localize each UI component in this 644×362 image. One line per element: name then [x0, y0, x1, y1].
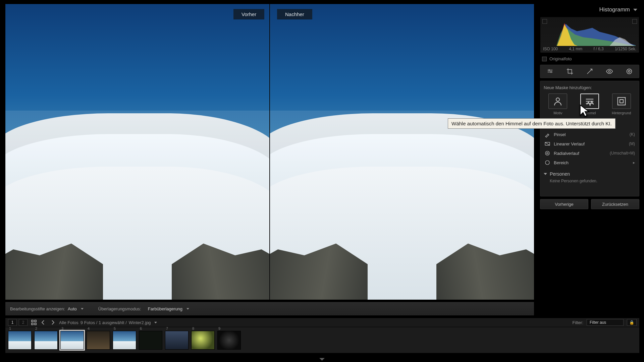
chevron-down-icon: [633, 9, 637, 11]
svg-point-2: [628, 70, 630, 72]
mask-sky-label: Himmel: [583, 111, 596, 115]
histogram-panel-header[interactable]: Histogramm: [540, 4, 639, 15]
filmstrip[interactable]: 123456789: [5, 327, 639, 353]
filter-lock-icon[interactable]: 🔒: [627, 319, 637, 326]
filmstrip-infobar: 1 2 Alle Fotos 9 Fotos / 1 ausgewählt / …: [5, 318, 639, 327]
view-2-button[interactable]: 2: [19, 319, 28, 326]
mask-range-label: Bereich: [554, 160, 569, 165]
thumb-number: 7: [166, 326, 168, 330]
crop-tool[interactable]: [566, 67, 574, 76]
thumbnail[interactable]: 2: [34, 331, 58, 350]
checkbox-icon[interactable]: [542, 57, 547, 61]
filter-dropdown[interactable]: Filter aus: [587, 319, 624, 326]
overlay-mode-toggle[interactable]: Überlagerungsmodus:: [98, 306, 141, 311]
mask-background-button[interactable]: Hintergrund: [607, 94, 636, 115]
chevron-down-icon: [154, 322, 157, 323]
after-pane[interactable]: [270, 4, 534, 300]
show-pins-toggle[interactable]: Bearbeitungsstifte anzeigen: Auto: [10, 306, 84, 311]
histogram-graph: [544, 20, 636, 46]
thumbnail[interactable]: 8: [191, 331, 215, 350]
mask-sky-tooltip: Wähle automatisch den Himmel auf dem Fot…: [448, 118, 615, 129]
mask-brush-short: (K): [630, 132, 635, 137]
thumbnail[interactable]: 7: [165, 331, 189, 350]
histogram[interactable]: ISO 100 4,1 mm f / 6,3 1/1250 Sek.: [540, 17, 639, 53]
svg-rect-4: [618, 98, 625, 105]
svg-point-11: [545, 161, 549, 165]
original-photo-label: Originalfoto: [549, 56, 572, 61]
thumbnail[interactable]: 6: [139, 331, 162, 350]
svg-rect-13: [35, 320, 36, 322]
original-photo-toggle[interactable]: Originalfoto: [540, 53, 639, 65]
show-pins-label: Bearbeitungsstifte anzeigen:: [10, 306, 65, 311]
thumbnail[interactable]: 1: [8, 331, 32, 350]
filter-value: Filter aus: [590, 320, 606, 325]
before-image: [5, 4, 269, 300]
persons-section-header[interactable]: Personen: [544, 171, 636, 177]
mask-linear-row[interactable]: Linearer Verlauf (M): [544, 139, 636, 148]
nav-next-icon[interactable]: [50, 319, 56, 325]
shadow-clip-icon[interactable]: [542, 19, 547, 24]
before-label: Vorher: [233, 9, 264, 19]
svg-point-1: [627, 69, 632, 74]
redeye-tool[interactable]: [605, 67, 614, 76]
brush-icon: [544, 131, 550, 137]
show-pins-value: Auto: [68, 306, 77, 311]
overlay-color-toggle[interactable]: Farbüberlagerung: [148, 306, 189, 311]
heal-tool[interactable]: [585, 67, 594, 76]
after-image: [270, 4, 534, 300]
mask-brush-label: Pinsel: [554, 132, 566, 137]
thumb-number: 1: [9, 326, 11, 330]
view-1-button[interactable]: 1: [8, 319, 17, 326]
thumb-image: [218, 331, 240, 349]
edit-tool[interactable]: [546, 67, 554, 76]
thumbnail[interactable]: 4: [87, 331, 110, 350]
mask-linear-label: Linearer Verlauf: [554, 141, 585, 146]
mask-linear-short: (M): [629, 141, 635, 146]
thumb-number: 4: [88, 326, 90, 330]
thumb-number: 8: [192, 326, 194, 330]
thumbnail[interactable]: 5: [113, 331, 136, 350]
svg-point-0: [608, 70, 610, 72]
filmstrip-toggle-icon[interactable]: [319, 358, 325, 361]
mask-brush-row[interactable]: Pinsel (K): [544, 130, 636, 139]
mask-sky-button[interactable]: Himmel: [576, 94, 604, 115]
thumb-image: [8, 331, 31, 349]
thumbnail[interactable]: 9: [217, 331, 241, 350]
thumb-image: [35, 331, 57, 349]
tool-strip: [540, 65, 639, 78]
mask-radial-row[interactable]: Radialverlauf (Umschalt+M): [544, 148, 636, 158]
mask-subject-label: Motiv: [553, 111, 562, 115]
mask-subject-button[interactable]: Motiv: [544, 94, 572, 115]
before-pane[interactable]: [5, 4, 270, 300]
radial-gradient-icon: [544, 150, 550, 156]
mask-range-row[interactable]: Bereich ▸: [544, 158, 636, 167]
photo-count-text: 9 Fotos / 1 ausgewählt /: [80, 320, 127, 325]
overlay-mode-label: Überlagerungsmodus:: [98, 306, 141, 311]
reset-button[interactable]: Zurücksetzen: [591, 199, 639, 209]
histogram-title: Histogramm: [599, 6, 630, 13]
aperture-value: f / 6,3: [594, 47, 604, 51]
mask-range-arrow: ▸: [633, 160, 635, 165]
mask-tool[interactable]: [625, 67, 634, 76]
no-persons-text: Keine Personen gefunden.: [544, 177, 636, 191]
grid-icon[interactable]: [31, 319, 37, 325]
svg-point-3: [556, 98, 559, 101]
svg-rect-12: [32, 320, 33, 322]
mask-radial-label: Radialverlauf: [554, 151, 579, 156]
svg-rect-14: [32, 323, 33, 325]
nav-prev-icon[interactable]: [40, 319, 46, 325]
thumb-image: [165, 331, 188, 349]
chevron-down-icon: [81, 308, 84, 310]
after-label: Nachher: [277, 9, 312, 19]
shutter-value: 1/1250 Sek.: [615, 47, 636, 51]
previous-button[interactable]: Vorherige: [540, 199, 588, 209]
overlay-value: Farbüberlagerung: [148, 306, 182, 311]
highlight-clip-icon[interactable]: [632, 19, 637, 24]
thumb-number: 5: [114, 326, 116, 330]
preview-area: Vorher Nachher: [5, 4, 534, 300]
thumbnail[interactable]: 3: [60, 331, 84, 350]
svg-rect-5: [620, 100, 623, 103]
breadcrumb[interactable]: Alle Fotos 9 Fotos / 1 ausgewählt / Wint…: [59, 320, 157, 325]
all-photos-link[interactable]: Alle Fotos: [59, 320, 78, 325]
mask-panel: Neue Maske hinzufügen: Motiv Himmel Hint…: [540, 81, 639, 196]
